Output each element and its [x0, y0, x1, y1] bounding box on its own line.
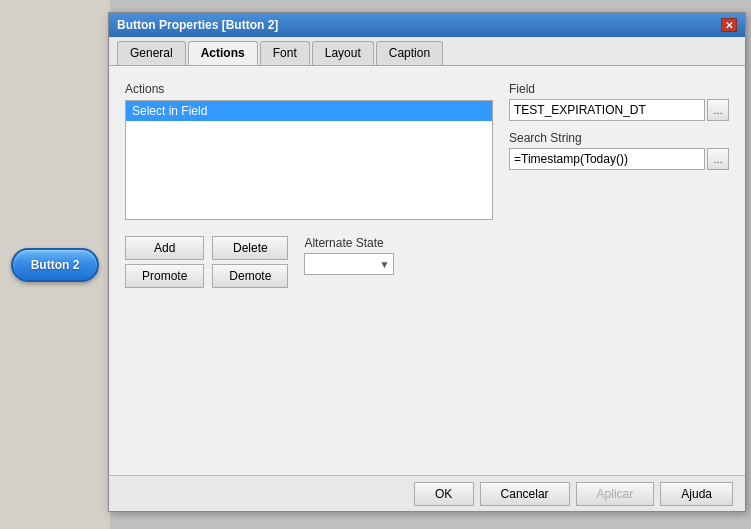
alternate-state-dropdown[interactable]: ▼	[304, 253, 394, 275]
cancel-button[interactable]: Cancelar	[480, 482, 570, 506]
field-browse-button[interactable]: ...	[707, 99, 729, 121]
demote-button[interactable]: Demote	[212, 264, 288, 288]
action-buttons: Add Promote Delete Demote Alternate Stat…	[125, 236, 493, 288]
title-bar: Button Properties [Button 2] ✕	[109, 13, 745, 37]
dialog-content: Actions Select in Field Add Promote Dele…	[109, 66, 745, 300]
search-string-label: Search String	[509, 131, 729, 145]
field-row: Field ...	[509, 82, 729, 121]
dialog: Button Properties [Button 2] ✕ General A…	[108, 12, 746, 512]
tab-layout[interactable]: Layout	[312, 41, 374, 65]
secondary-btn-group: Delete Demote	[212, 236, 288, 288]
search-string-input[interactable]	[509, 148, 705, 170]
apply-button[interactable]: Aplicar	[576, 482, 655, 506]
tab-bar: General Actions Font Layout Caption	[109, 37, 745, 66]
ok-button[interactable]: OK	[414, 482, 474, 506]
alternate-state-section: Alternate State ▼	[304, 236, 394, 275]
actions-list[interactable]: Select in Field	[125, 100, 493, 220]
search-string-row: Search String ...	[509, 131, 729, 170]
field-input[interactable]	[509, 99, 705, 121]
tab-general[interactable]: General	[117, 41, 186, 65]
alternate-state-label: Alternate State	[304, 236, 394, 250]
tab-font[interactable]: Font	[260, 41, 310, 65]
right-column: Field ... Search String ...	[509, 82, 729, 288]
help-button[interactable]: Ajuda	[660, 482, 733, 506]
search-string-browse-button[interactable]: ...	[707, 148, 729, 170]
main-panel: Actions Select in Field Add Promote Dele…	[125, 82, 729, 288]
tab-caption[interactable]: Caption	[376, 41, 443, 65]
preview-button[interactable]: Button 2	[11, 248, 100, 282]
list-item[interactable]: Select in Field	[126, 101, 492, 121]
field-label: Field	[509, 82, 729, 96]
field-input-row: ...	[509, 99, 729, 121]
footer: OK Cancelar Aplicar Ajuda	[109, 475, 745, 511]
background-area: Button 2	[0, 0, 110, 529]
left-column: Actions Select in Field Add Promote Dele…	[125, 82, 493, 288]
promote-button[interactable]: Promote	[125, 264, 204, 288]
add-button[interactable]: Add	[125, 236, 204, 260]
delete-button[interactable]: Delete	[212, 236, 288, 260]
search-string-input-row: ...	[509, 148, 729, 170]
dropdown-arrow-icon: ▼	[379, 259, 389, 270]
tab-actions[interactable]: Actions	[188, 41, 258, 65]
close-button[interactable]: ✕	[721, 18, 737, 32]
dialog-title: Button Properties [Button 2]	[117, 18, 278, 32]
actions-label: Actions	[125, 82, 493, 96]
primary-btn-group: Add Promote	[125, 236, 204, 288]
